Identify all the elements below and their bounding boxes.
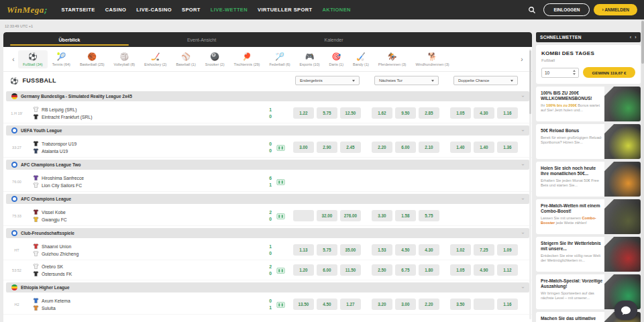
odd-button[interactable]: 1.62	[372, 107, 392, 119]
odd-button[interactable]: 9.50	[395, 107, 416, 119]
chevron-right-icon[interactable]: ›	[517, 56, 527, 63]
stake-input[interactable]	[545, 70, 566, 75]
match-row[interactable]: HTShaanxi UnionGuizhou Zhicheng101.135.7…	[3, 240, 532, 260]
scrollbar-thumb[interactable]	[529, 50, 531, 114]
sport-item-tennis[interactable]: 🎾Tennis (64)	[48, 50, 75, 68]
odd-button[interactable]: 6.75	[395, 264, 416, 276]
odd-button[interactable]: 1.09	[497, 244, 518, 256]
gewinn-button[interactable]: GEWINN 119,67 €	[583, 67, 635, 78]
sport-item-tischtennis[interactable]: 🏓Tischtennis (29)	[229, 50, 265, 68]
promo-card[interactable]: Holen Sie sich noch heute Ihre monatlich…	[536, 162, 641, 197]
odd-button[interactable]: 1.36	[497, 142, 518, 153]
odd-button[interactable]: 35.00	[340, 244, 361, 256]
market-select-3[interactable]: Doppelte Chance	[453, 76, 518, 85]
nav-item-sport[interactable]: SPORT	[182, 7, 201, 13]
sport-item-baseball[interactable]: ⚾Baseball (1)	[171, 50, 200, 68]
register-button[interactable]: › ANMELDEN	[594, 4, 637, 15]
match-row[interactable]: 33:27Trabzonspor U19Atalanta U19003.002.…	[3, 138, 532, 158]
odd-button[interactable]: 1.02	[450, 244, 471, 256]
odd-button[interactable]: 3.00	[293, 142, 314, 153]
odd-button[interactable]: 2.10	[419, 142, 439, 153]
promo-card[interactable]: 50€ Reload BonusBereit für einen großzüg…	[536, 124, 641, 159]
content-scrollbar[interactable]	[529, 49, 531, 319]
odd-button[interactable]: 2.50	[372, 264, 392, 276]
tab-ueberblick[interactable]: Überblick	[3, 32, 136, 47]
odd-button[interactable]: 2.85	[419, 107, 439, 119]
odd-button[interactable]: 4.50	[317, 299, 337, 310]
tab-kalender[interactable]: Kalender	[268, 32, 400, 47]
stats-icon[interactable]	[276, 210, 285, 222]
sport-item-esports[interactable]: 🎮Esports (10)	[295, 50, 325, 68]
search-button[interactable]	[526, 6, 538, 14]
page-scrollbar[interactable]	[641, 19, 644, 322]
sport-item-fußball[interactable]: ⚽Fußball (34)	[18, 50, 48, 68]
odd-button[interactable]: 5.75	[317, 107, 337, 119]
match-row[interactable]: 1.H 19'RB Leipzig (SRL)Eintracht Frankfu…	[3, 103, 532, 123]
promo-card[interactable]: 100% BIS ZU 200€ WILLKOMMENSBONUS!Ihr 10…	[536, 87, 641, 121]
odd-button[interactable]: 1.12	[497, 264, 518, 276]
promo-card[interactable]: Steigern Sie Ihr Wetterlebnis mit unsere…	[536, 237, 641, 272]
odd-button[interactable]: 32.00	[317, 210, 337, 221]
match-teams[interactable]: Hiroshima SanfrecceLion City Sailors FC	[30, 175, 264, 188]
match-teams[interactable]: Vissel KobeGwangju FC	[30, 209, 264, 222]
odd-button[interactable]: 12.50	[340, 107, 361, 119]
league-header-uefa-youth-league[interactable]: UEFA Youth League›	[6, 125, 529, 136]
match-row[interactable]: 53:52Örebro SKÖstersunds FK201.206.0011.…	[3, 260, 532, 280]
chat-button[interactable]	[614, 301, 637, 320]
nav-item-live-casino[interactable]: LIVE-CASINO	[136, 7, 172, 13]
match-teams[interactable]: RB Leipzig (SRL)Eintracht Frankfurt (SRL…	[30, 107, 264, 119]
match-teams[interactable]: Axum KetemaSululta	[30, 298, 264, 311]
odd-button[interactable]: 3.30	[372, 210, 392, 221]
nav-item-startseite[interactable]: STARTSEITE	[62, 7, 95, 13]
odd-button[interactable]: 3.50	[450, 299, 471, 310]
odd-button[interactable]: 4.90	[474, 264, 494, 276]
login-button[interactable]: EINLOGGEN	[543, 3, 590, 16]
odd-button[interactable]: 1.80	[419, 264, 439, 276]
odd-button[interactable]: 4.30	[419, 244, 439, 256]
match-row[interactable]: H2Axum KetemaSululta0113.504.501.273.203…	[3, 294, 532, 315]
odd-button[interactable]: 1.16	[497, 299, 518, 310]
odd-button[interactable]: 1.58	[395, 210, 416, 221]
nav-item-virtueller-sport[interactable]: VIRTUELLER SPORT	[258, 7, 312, 13]
stake-stepper[interactable]	[573, 70, 576, 75]
odd-button[interactable]: 1.53	[372, 244, 392, 256]
chevron-right-icon[interactable]: ›	[635, 35, 637, 40]
logo[interactable]: WinMegaꓼ	[7, 5, 47, 15]
odd-button[interactable]: 11.50	[340, 264, 361, 276]
odd-button[interactable]: 2.20	[372, 142, 392, 153]
nav-item-aktionen[interactable]: AKTIONEN	[323, 7, 351, 13]
odd-button[interactable]: 5.75	[419, 210, 439, 221]
odd-button[interactable]: 1.27	[340, 299, 361, 310]
odd-button[interactable]: 1.40	[474, 142, 494, 153]
chevron-left-icon[interactable]: ‹	[630, 35, 632, 40]
odd-button[interactable]: 2.45	[340, 142, 361, 153]
odd-button[interactable]: 1.05	[450, 264, 471, 276]
sport-item-bandy[interactable]: 🏑Bandy (1)	[348, 50, 374, 68]
odd-button[interactable]: 7.25	[474, 244, 494, 256]
match-teams[interactable]: Trabzonspor U19Atalanta U19	[30, 141, 264, 154]
sport-item-darts[interactable]: 🎯Darts (1)	[325, 50, 348, 68]
sport-item-pferderennen[interactable]: 🏇Pferderennen (3)	[374, 50, 411, 68]
stats-icon[interactable]	[276, 142, 285, 154]
odd-button[interactable]: 276.00	[340, 210, 361, 221]
page-scrollbar-thumb[interactable]	[641, 21, 644, 64]
odd-button[interactable]: 13.50	[293, 299, 314, 310]
step-up-icon[interactable]	[573, 70, 576, 72]
match-teams[interactable]: Örebro SKÖstersunds FK	[30, 264, 264, 276]
odd-button[interactable]: 1.40	[450, 142, 471, 153]
odd-button-blank[interactable]	[474, 299, 494, 310]
odd-button[interactable]: 6.00	[395, 142, 416, 153]
promo-card[interactable]: Pre-Match-Wetten mit einem Combo-Boost!L…	[536, 199, 641, 234]
step-down-icon[interactable]	[573, 73, 576, 75]
sport-item-federball[interactable]: 🏸Federball (6)	[264, 50, 294, 68]
match-row[interactable]: 76:00Hiroshima SanfrecceLion City Sailor…	[3, 172, 532, 192]
sport-item-eishockey[interactable]: 🏒Eishockey (2)	[140, 50, 171, 68]
odd-button[interactable]: 2.90	[317, 142, 337, 153]
tab-event-ansicht[interactable]: Event-Ansicht	[136, 32, 268, 47]
sport-item-windhundrennen[interactable]: 🐕Windhundrennen (3)	[411, 50, 453, 68]
odd-button[interactable]: 1.22	[293, 107, 314, 119]
match-teams[interactable]: Shaanxi UnionGuizhou Zhicheng	[30, 244, 264, 256]
sport-item-basketball[interactable]: 🏀Basketball (25)	[75, 50, 109, 68]
stats-icon[interactable]	[276, 264, 285, 276]
odd-button[interactable]: 4.50	[395, 244, 416, 256]
